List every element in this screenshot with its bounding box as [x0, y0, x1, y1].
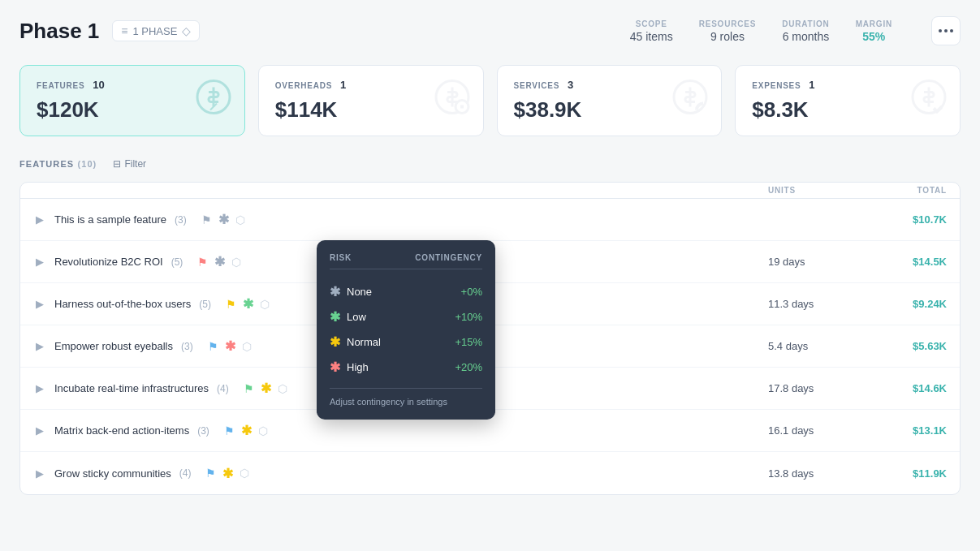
risk-icon[interactable]: ✱	[261, 381, 271, 396]
page-header: Phase 1 ≡ 1 PHASE ◇ SCOPE 45 items RESOU…	[19, 16, 961, 45]
risk-icon[interactable]: ✱	[218, 212, 229, 227]
tag-icon[interactable]: ⬡	[258, 424, 268, 437]
expand-button[interactable]: ▶	[33, 382, 46, 395]
row-name: This is a sample feature	[54, 213, 166, 226]
row-units: 5.4 days	[768, 340, 866, 352]
row-left: ▶ Matrix back-end action-items (3) ⚑ ✱ ⬡	[33, 423, 638, 438]
card-features[interactable]: FEATURES 10 $120K	[19, 65, 245, 136]
row-total: $13.1K	[866, 424, 947, 437]
expand-button[interactable]: ▶	[33, 340, 46, 353]
row-units: 11.3 days	[768, 298, 866, 310]
popup-contingency-col-label: CONTINGENCY	[415, 253, 482, 262]
risk-option-contingency: +20%	[455, 361, 482, 373]
card-label: EXPENSES	[752, 81, 801, 90]
flag-icon[interactable]: ⚑	[197, 256, 208, 269]
card-overheads[interactable]: OVERHEADS 1 $114K	[258, 65, 484, 136]
expand-button[interactable]: ▶	[33, 424, 46, 437]
duration-label: DURATION	[782, 19, 829, 28]
expand-button[interactable]: ▶	[33, 213, 46, 226]
card-expenses[interactable]: EXPENSES 1 $8.3K	[735, 65, 961, 136]
popup-header: RISK CONTINGENCY	[330, 253, 482, 269]
risk-option-name: Low	[347, 311, 366, 323]
section-title: FEATURES (10)	[19, 159, 97, 169]
row-units: 19 days	[768, 256, 866, 268]
filter-icon: ⊟	[113, 158, 121, 170]
risk-icon[interactable]: ✱	[222, 466, 233, 481]
risk-popup: RISK CONTINGENCY ✱ None +0% ✱ Low +10% ✱…	[317, 240, 495, 420]
flag-icon[interactable]: ⚑	[208, 340, 218, 353]
risk-icon[interactable]: ✱	[243, 296, 253, 312]
row-total: $10.7K	[866, 213, 947, 226]
stat-scope: SCOPE 45 items	[630, 19, 673, 43]
flag-icon[interactable]: ⚑	[244, 382, 254, 395]
popup-options: ✱ None +0% ✱ Low +10% ✱ Normal +15% ✱ Hi…	[330, 279, 482, 380]
flag-icon[interactable]: ⚑	[224, 424, 235, 437]
more-options-button[interactable]	[931, 16, 961, 45]
tag-icon[interactable]: ⬡	[242, 340, 252, 353]
table-row[interactable]: ▶ Grow sticky communities (4) ⚑ ✱ ⬡ 13.8…	[20, 452, 960, 494]
row-left: ▶ This is a sample feature (3) ⚑ ✱ ⬡	[33, 212, 638, 227]
header-stats: SCOPE 45 items RESOURCES 9 roles DURATIO…	[630, 16, 961, 45]
row-sub-count: (4)	[179, 467, 192, 479]
tag-icon[interactable]: ⬡	[231, 256, 241, 269]
stat-margin: MARGIN 55%	[856, 19, 892, 43]
risk-option-left: ✱ Low	[330, 309, 366, 325]
stat-duration: DURATION 6 months	[782, 19, 829, 43]
expand-button[interactable]: ▶	[33, 256, 46, 269]
popup-risk-col-label: RISK	[330, 253, 352, 262]
duration-value: 6 months	[783, 30, 830, 43]
risk-option[interactable]: ✱ None +0%	[330, 279, 482, 304]
section-header: FEATURES (10) ⊟ Filter	[19, 156, 961, 172]
card-count: 1	[340, 79, 346, 91]
table-row[interactable]: ▶ This is a sample feature (3) ⚑ ✱ ⬡ $10…	[20, 199, 960, 241]
risk-option-icon: ✱	[330, 284, 340, 299]
flag-icon[interactable]: ⚑	[226, 298, 236, 311]
phase-badge[interactable]: ≡ 1 PHASE ◇	[112, 20, 200, 41]
card-icon	[194, 78, 233, 124]
row-name: Grow sticky communities	[54, 467, 171, 480]
risk-option-icon: ✱	[330, 334, 340, 350]
row-name: Matrix back-end action-items	[54, 424, 189, 437]
card-count: 10	[93, 79, 104, 91]
diamond-icon: ◇	[182, 24, 191, 37]
tag-icon[interactable]: ⬡	[240, 467, 249, 480]
row-icons: ⚑ ✱ ⬡	[197, 254, 241, 269]
risk-option-icon: ✱	[330, 359, 340, 375]
row-name: Incubate real-time infrastructures	[54, 382, 209, 394]
stat-resources: RESOURCES 9 roles	[699, 19, 757, 43]
risk-icon[interactable]: ✱	[225, 338, 235, 354]
row-name: Empower robust eyeballs	[54, 340, 173, 352]
scope-label: SCOPE	[630, 19, 673, 28]
tag-icon[interactable]: ⬡	[260, 298, 270, 311]
risk-option[interactable]: ✱ Normal +15%	[330, 329, 482, 355]
filter-button[interactable]: ⊟ Filter	[106, 156, 153, 172]
page: Phase 1 ≡ 1 PHASE ◇ SCOPE 45 items RESOU…	[0, 0, 980, 551]
table-header: UNITS TOTAL	[20, 183, 960, 199]
risk-icon[interactable]: ✱	[214, 254, 225, 269]
row-icons: ⚑ ✱ ⬡	[205, 466, 249, 481]
margin-label: MARGIN	[856, 19, 892, 28]
row-icons: ⚑ ✱ ⬡	[224, 423, 268, 438]
card-label: OVERHEADS	[275, 81, 333, 90]
tag-icon[interactable]: ⬡	[235, 213, 245, 226]
flag-icon[interactable]: ⚑	[205, 467, 216, 480]
flag-icon[interactable]: ⚑	[201, 213, 212, 226]
risk-option-left: ✱ Normal	[330, 334, 381, 350]
col-spacer	[638, 186, 768, 195]
expand-button[interactable]: ▶	[33, 298, 46, 311]
card-icon	[909, 78, 948, 124]
risk-option[interactable]: ✱ High +20%	[330, 355, 482, 380]
card-icon	[671, 78, 710, 124]
risk-option-name: None	[347, 286, 372, 298]
tag-icon[interactable]: ⬡	[278, 382, 287, 395]
phase-icon: ≡	[121, 24, 127, 37]
risk-icon[interactable]: ✱	[241, 423, 252, 438]
phase-label: 1 PHASE	[132, 25, 177, 37]
row-icons: ⚑ ✱ ⬡	[244, 381, 287, 396]
risk-option[interactable]: ✱ Low +10%	[330, 304, 482, 329]
row-sub-count: (3)	[175, 214, 187, 226]
expand-button[interactable]: ▶	[33, 467, 46, 480]
card-label: FEATURES	[37, 81, 85, 90]
card-services[interactable]: SERVICES 3 $38.9K	[497, 65, 723, 136]
risk-option-name: High	[347, 361, 369, 373]
